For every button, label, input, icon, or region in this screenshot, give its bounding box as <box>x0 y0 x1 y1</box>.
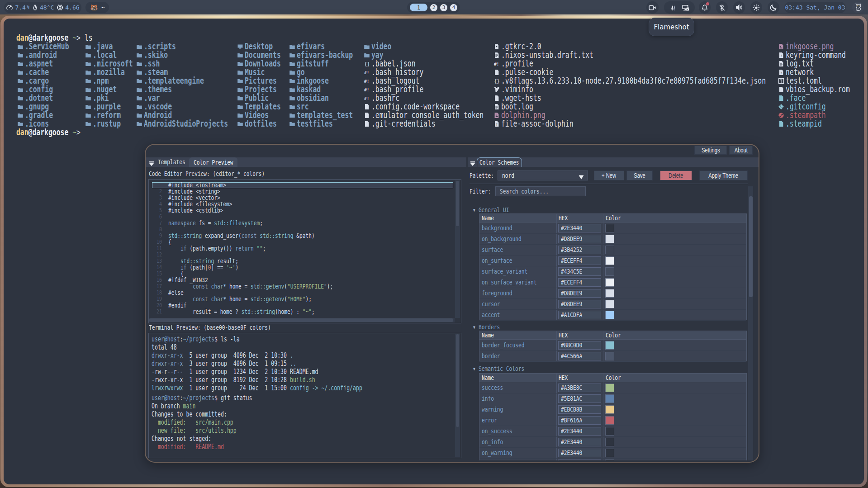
color-swatch[interactable] <box>605 405 614 414</box>
color-swatch[interactable] <box>605 267 614 276</box>
color-swatch[interactable] <box>605 224 614 232</box>
color-swatch[interactable] <box>605 352 614 360</box>
hex-input[interactable]: #88C0D0 <box>558 341 601 350</box>
prompt-command: ls <box>85 33 93 43</box>
system-stats-pill[interactable]: 7.4% 48°C 4.6G <box>4 2 81 13</box>
color-row-border: border#4C566A <box>479 351 746 362</box>
color-row-foreground: foreground#D8DEE9 <box>479 288 746 299</box>
color-table: NameHEXColorbackground#2E3440on_backgrou… <box>479 213 747 320</box>
line-number: 7 <box>152 220 162 226</box>
tab-templates[interactable]: Templates <box>158 157 185 167</box>
color-swatch[interactable] <box>605 427 614 436</box>
section-title[interactable]: ▼Semantic Colors <box>473 365 524 372</box>
terminal-preview[interactable]: user@host:~/projects$ ls -latotal 48drwx… <box>148 333 461 458</box>
color-swatch[interactable] <box>605 300 614 308</box>
folder-icon <box>85 120 91 127</box>
color-swatch[interactable] <box>605 256 614 265</box>
hex-input[interactable]: #2E3440 <box>558 438 601 446</box>
terminal-preview-scrollbar[interactable] <box>455 334 460 457</box>
color-swatch[interactable] <box>605 311 614 319</box>
hex-input[interactable]: #2E3440 <box>558 460 601 460</box>
hex-input[interactable]: #A3BE8C <box>558 384 601 392</box>
bluetooth-pill[interactable] <box>716 1 728 14</box>
about-button[interactable]: About <box>729 146 753 155</box>
right-pane-scrollbar[interactable] <box>748 186 753 460</box>
section-title[interactable]: ▼Borders <box>473 324 500 331</box>
color-swatch[interactable] <box>605 416 614 425</box>
hex-input[interactable]: #ECEFF4 <box>558 256 601 265</box>
editor-hscrollbar[interactable] <box>149 318 455 322</box>
color-swatch[interactable] <box>605 289 614 298</box>
color-swatch[interactable] <box>605 246 614 254</box>
terminal-preview-line: lrwxrwxrwx 1 user group 24 Dec 1 15:00 c… <box>152 384 362 392</box>
hex-input[interactable]: #A1CDFA <box>558 311 601 319</box>
hex-input[interactable]: #2E3440 <box>558 224 601 232</box>
terminal-preview-line: On branch main <box>152 402 195 410</box>
palette-dropdown[interactable]: nord <box>498 171 588 180</box>
hex-input[interactable]: #5E81AC <box>558 394 601 403</box>
shell-pill[interactable]: ~ <box>85 2 109 13</box>
color-row-background: background#2E3440 <box>479 223 746 234</box>
apply-theme-button[interactable]: Apply Theme <box>699 171 748 180</box>
color-swatch[interactable] <box>605 278 614 287</box>
video-camera-icon <box>649 5 656 11</box>
color-swatch[interactable] <box>605 384 614 392</box>
col-header-hex: HEX <box>559 374 568 382</box>
hex-input[interactable]: #D8DEE9 <box>558 289 601 298</box>
hex-input[interactable]: #2E3440 <box>558 449 601 457</box>
svg-text:?: ? <box>780 54 782 58</box>
hex-input[interactable]: #4C566A <box>558 352 601 360</box>
code-editor-preview[interactable]: #include <iostream>2#include <string>3#i… <box>148 179 461 323</box>
workspace-4[interactable]: 4 <box>450 4 457 11</box>
code-line: #include <iostream> <box>149 182 455 188</box>
save-button[interactable]: Save <box>626 171 653 180</box>
color-name: surface_variant <box>482 266 527 277</box>
hex-input[interactable]: #D8DEE9 <box>558 235 601 243</box>
section-collapse-icon: ▼ <box>473 207 475 213</box>
speedometer-icon <box>6 4 13 11</box>
hex-input[interactable]: #3B4252 <box>558 246 601 254</box>
svg-text:#!: #! <box>494 62 499 66</box>
hex-input[interactable]: #EBCB8B <box>558 405 601 414</box>
workspace-1-active[interactable]: 1 <box>410 4 427 11</box>
color-swatch[interactable] <box>605 438 614 446</box>
collapse-arrow-icon[interactable] <box>470 160 475 165</box>
tab-color-preview[interactable]: Color Preview <box>189 157 237 167</box>
tab-color-schemes[interactable]: Color Schemes <box>477 157 522 167</box>
volume-pill[interactable] <box>733 1 745 14</box>
section-title[interactable]: ▼General UI <box>473 207 509 213</box>
color-swatch[interactable] <box>605 449 614 457</box>
folder-icon <box>136 60 142 67</box>
clock[interactable]: 03:43 Sat, Jan 03 <box>784 2 846 13</box>
new-button[interactable]: + New <box>594 171 624 180</box>
hex-input[interactable]: #2E3440 <box>558 427 601 436</box>
launcher-pill[interactable] <box>852 2 864 13</box>
folder-icon <box>85 95 91 101</box>
editor-vscrollbar[interactable] <box>455 180 460 318</box>
brightness-pill[interactable] <box>750 1 762 14</box>
cpu-usage: 7.4 <box>15 4 25 11</box>
line-number: 11 <box>152 245 162 251</box>
color-swatch[interactable] <box>605 341 614 350</box>
hex-input[interactable]: #D8DEE9 <box>558 300 601 308</box>
color-swatch[interactable] <box>605 235 614 243</box>
night-light-pill[interactable] <box>768 1 779 14</box>
session-pill[interactable] <box>664 1 695 14</box>
color-swatch[interactable] <box>605 394 614 403</box>
doc-icon <box>493 69 500 76</box>
hex-input[interactable]: #BF616A <box>558 416 601 425</box>
screen-record-pill[interactable] <box>646 1 659 14</box>
settings-button[interactable]: Settings <box>694 146 727 155</box>
color-tables-scroll-area[interactable]: ▼General UINameHEXColorbackground#2E3440… <box>470 199 747 460</box>
folder-icon <box>237 77 243 84</box>
workspace-2[interactable]: 2 <box>430 4 437 11</box>
collapse-arrow-icon[interactable] <box>149 160 154 165</box>
delete-button[interactable]: Delete <box>660 171 692 180</box>
hex-input[interactable]: #ECEFF4 <box>558 278 601 287</box>
sun-icon <box>753 4 760 11</box>
color-swatch[interactable] <box>605 460 614 460</box>
hex-input[interactable]: #434C5E <box>558 267 601 276</box>
notifications-pill[interactable] <box>699 1 711 14</box>
workspace-3[interactable]: 3 <box>440 4 447 11</box>
filter-input[interactable]: Search colors... <box>495 186 586 196</box>
